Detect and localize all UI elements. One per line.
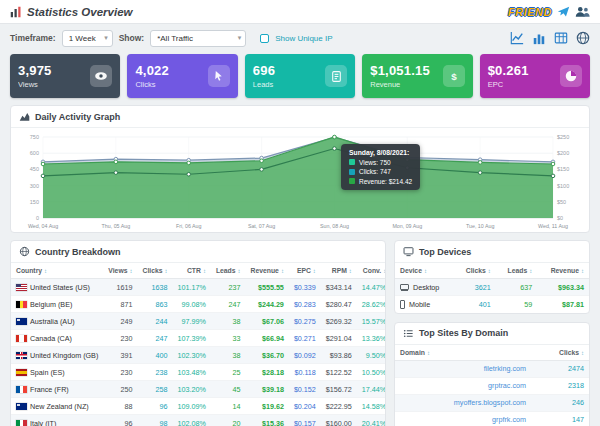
country-table-row[interactable]: Canada (CA) 230 247 107.39% 33 $66.94 $0… <box>11 330 386 347</box>
col-device[interactable]: Device↕ <box>395 263 454 279</box>
site-table-row[interactable]: grpfrk.com 147 <box>395 411 589 426</box>
country-table-row[interactable]: Italy (IT) 96 98 102.08% 20 $15.36 $0.15… <box>11 415 386 426</box>
table-icon[interactable] <box>553 31 568 46</box>
cell-clicks: 238 <box>137 364 172 381</box>
site-domain-link[interactable]: myoffers.blogspot.com <box>395 394 531 411</box>
cell-leads: 247 <box>211 296 246 313</box>
col-site-clicks[interactable]: Clicks↕ <box>531 345 589 361</box>
site-table-row[interactable]: filetrking.com 2474 <box>395 360 589 377</box>
country-flag-icon <box>16 335 27 342</box>
svg-text:$150: $150 <box>557 166 569 172</box>
unique-ip-checkbox[interactable] <box>260 34 269 43</box>
cell-site-clicks: 2318 <box>531 377 589 394</box>
cell-rpm: $222.95 <box>321 398 357 415</box>
cell-device-revenue: $87.81 <box>537 296 589 313</box>
country-name: Australia (AU) <box>30 317 75 326</box>
country-table-row[interactable]: United States (US) 1619 1638 101.17% 237… <box>11 279 386 296</box>
cell-conv: 15.57% <box>357 313 386 330</box>
cell-device: Desktop <box>395 279 454 296</box>
eye-icon <box>90 65 112 87</box>
cell-conv: 10.50% <box>357 364 386 381</box>
cell-views: 1619 <box>103 279 137 296</box>
bar-chart-icon[interactable] <box>531 31 546 46</box>
tooltip-date: Sunday, 8/08/2021: <box>349 149 412 156</box>
site-domain-link[interactable]: grpfrk.com <box>395 411 531 426</box>
cursor-click-icon <box>208 65 230 87</box>
statistics-page: Statistics Overview FRIEND Timeframe: 1 … <box>0 0 600 426</box>
col-conv[interactable]: Conv.↕ <box>357 263 386 279</box>
site-domain-link[interactable]: grptrac.com <box>395 377 531 394</box>
tooltip-clicks: Clicks: 747 <box>359 168 391 175</box>
sort-icon[interactable]: ↕ <box>238 268 241 274</box>
site-domain-link[interactable]: filetrking.com <box>395 360 531 377</box>
col-country[interactable]: Country↕ <box>11 263 103 279</box>
site-table-row[interactable]: grptrac.com 2318 <box>395 377 589 394</box>
col-ctr[interactable]: CTR↕ <box>173 263 211 279</box>
country-table-row[interactable]: France (FR) 250 258 103.20% 45 $39.18 $0… <box>11 381 386 398</box>
cell-country: Canada (CA) <box>11 330 103 347</box>
col-leads[interactable]: Leads↕ <box>211 263 246 279</box>
country-table-row[interactable]: Australia (AU) 249 244 97.99% 38 $67.06 … <box>11 313 386 330</box>
sort-icon[interactable]: ↕ <box>313 268 316 274</box>
svg-text:$250: $250 <box>557 134 569 140</box>
svg-text:450: 450 <box>30 166 39 172</box>
sort-icon[interactable]: ↕ <box>427 350 430 356</box>
stats-icon <box>10 6 22 18</box>
sort-icon[interactable]: ↕ <box>424 268 427 274</box>
svg-text:750: 750 <box>30 134 39 140</box>
device-table-row[interactable]: Desktop 3621 637 $963.34 <box>395 279 589 296</box>
cell-clicks: 96 <box>137 398 172 415</box>
sort-icon[interactable]: ↕ <box>349 268 352 274</box>
sort-icon[interactable]: ↕ <box>581 350 584 356</box>
cell-clicks: 863 <box>137 296 172 313</box>
country-table-row[interactable]: New Zealand (NZ) 88 96 109.09% 14 $19.62… <box>11 398 386 415</box>
traffic-select[interactable]: *All Traffic <box>150 30 246 47</box>
col-views[interactable]: Views↕ <box>103 263 137 279</box>
col-clicks[interactable]: Clicks↕ <box>137 263 172 279</box>
device-table-row[interactable]: Mobile 401 59 $87.81 <box>395 296 589 313</box>
cell-clicks: 244 <box>137 313 172 330</box>
col-rpm[interactable]: RPM↕ <box>321 263 357 279</box>
sort-icon[interactable]: ↕ <box>203 268 206 274</box>
devices-table: Device↕ Clicks↕ Leads↕ Revenue↕ Desktop … <box>395 263 589 313</box>
col-revenue[interactable]: Revenue↕ <box>246 263 289 279</box>
site-logo[interactable]: FRIEND <box>508 5 590 18</box>
country-table-row[interactable]: United Kingdom (GB) 391 400 102.30% 38 $… <box>11 347 386 364</box>
cell-revenue: $36.70 <box>246 347 289 364</box>
cell-rpm: $93.86 <box>321 347 357 364</box>
col-device-revenue[interactable]: Revenue↕ <box>537 263 589 279</box>
country-table-row[interactable]: Spain (ES) 230 238 103.48% 25 $28.18 $0.… <box>11 364 386 381</box>
sort-icon[interactable]: ↕ <box>581 268 584 274</box>
cell-revenue: $28.18 <box>246 364 289 381</box>
col-device-clicks[interactable]: Clicks↕ <box>454 263 496 279</box>
site-table-row[interactable]: myoffers.blogspot.com 246 <box>395 394 589 411</box>
people-icon <box>575 5 590 18</box>
cell-ctr: 103.48% <box>173 364 211 381</box>
timeframe-select[interactable]: 1 Week <box>62 30 113 47</box>
country-table-row[interactable]: Belgium (BE) 871 863 99.08% 247 $244.29 … <box>11 296 386 313</box>
sort-icon[interactable]: ↕ <box>44 268 47 274</box>
line-chart-icon[interactable] <box>509 31 524 46</box>
views-value: 3,975 <box>18 63 52 78</box>
sort-icon[interactable]: ↕ <box>529 268 532 274</box>
stat-cards-row: 3,975 Views 4,022 Clicks 696 Leads $1,05… <box>0 52 600 98</box>
cell-device-leads: 59 <box>496 296 537 313</box>
sort-icon[interactable]: ↕ <box>383 268 386 274</box>
cell-rpm: $269.32 <box>321 313 357 330</box>
col-domain[interactable]: Domain↕ <box>395 345 531 361</box>
globe-icon[interactable] <box>575 31 590 46</box>
daily-activity-chart[interactable]: 0$0150$50300$100450$150600$200750$250Wed… <box>11 128 589 232</box>
revenue-stat-card: $1,051.15 Revenue $ <box>362 54 472 98</box>
col-device-leads[interactable]: Leads↕ <box>496 263 537 279</box>
sort-icon[interactable]: ↕ <box>165 268 168 274</box>
cell-ctr: 99.08% <box>173 296 211 313</box>
sort-icon[interactable]: ↕ <box>281 268 284 274</box>
top-sites-title: Top Sites By Domain <box>419 328 508 338</box>
sort-icon[interactable]: ↕ <box>488 268 491 274</box>
cell-leads: 45 <box>211 381 246 398</box>
col-epc[interactable]: EPC↕ <box>289 263 321 279</box>
cell-site-clicks: 246 <box>531 394 589 411</box>
sort-icon[interactable]: ↕ <box>129 268 132 274</box>
cell-epc: $0.204 <box>289 398 321 415</box>
cell-rpm: $291.04 <box>321 330 357 347</box>
